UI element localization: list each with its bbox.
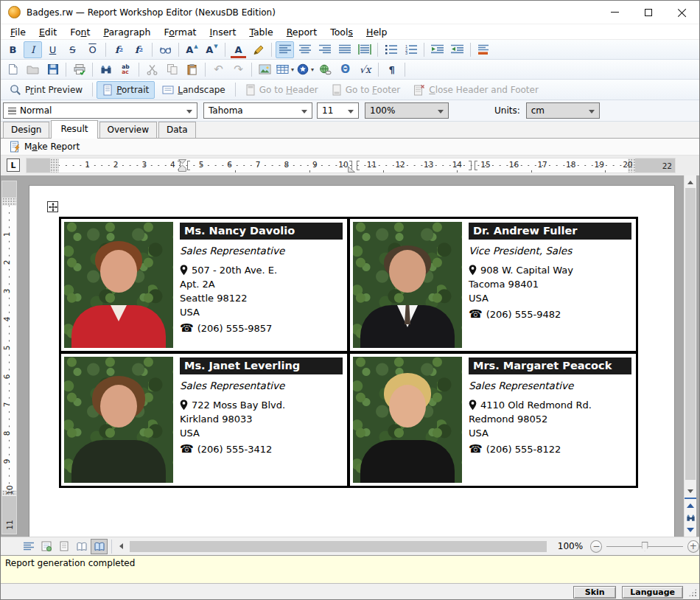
report-page[interactable]: Ms. Nancy Davolio Sales Representative 5… — [29, 185, 675, 537]
scroll-left-button[interactable] — [115, 540, 127, 553]
copy-button[interactable] — [163, 61, 181, 78]
horizontal-scroll-track[interactable] — [127, 540, 536, 553]
badge-address-line[interactable]: USA — [469, 291, 631, 305]
two-page-view-button[interactable] — [73, 539, 90, 554]
zoom-out-button[interactable]: − — [590, 540, 602, 553]
cell-boundary-marker[interactable] — [469, 161, 472, 170]
bullet-list-button[interactable] — [382, 41, 400, 58]
menu-item[interactable]: Font — [63, 25, 97, 39]
readability-glasses-button[interactable] — [156, 41, 175, 58]
undo-button[interactable]: ↶ — [209, 61, 228, 78]
employee-photo[interactable] — [64, 357, 173, 483]
badge-address-line[interactable]: USA — [180, 305, 343, 319]
shrink-font-button[interactable]: A▼ — [203, 41, 221, 58]
insert-symbol-button[interactable]: ▾ — [296, 61, 315, 78]
badge-info[interactable]: Ms. Janet Leverling Sales Representative… — [173, 357, 344, 483]
next-object-button[interactable] — [685, 524, 696, 537]
style-combobox[interactable]: Normal — [3, 102, 197, 119]
menu-item[interactable]: Paragraph — [97, 25, 157, 39]
badge-card[interactable]: Ms. Nancy Davolio Sales Representative 5… — [60, 217, 349, 352]
align-right-button[interactable] — [315, 41, 334, 58]
badge-job-title[interactable]: Sales Representative — [180, 245, 343, 257]
badge-address-line[interactable]: Kirkland 98033 — [180, 412, 343, 426]
decrease-indent-button[interactable] — [428, 41, 447, 58]
badge-job-title[interactable]: Vice President, Sales — [469, 245, 631, 257]
badge-phone-line[interactable]: ☎ (206) 555-9482 — [469, 307, 631, 321]
cell-boundary-marker[interactable] — [187, 161, 190, 170]
font-color-button[interactable]: A — [229, 41, 248, 58]
badge-job-title[interactable]: Sales Representative — [180, 380, 343, 391]
badge-address-line[interactable]: 722 Moss Bay Blvd. — [180, 398, 343, 412]
scroll-track[interactable] — [685, 188, 696, 485]
redo-button[interactable]: ↷ — [229, 61, 248, 78]
increase-indent-button[interactable] — [448, 41, 466, 58]
badge-address-line[interactable]: 908 W. Capital Way — [469, 263, 631, 277]
insert-image-button[interactable] — [256, 61, 274, 78]
print-preview-button[interactable]: Print Preview — [4, 81, 88, 99]
portrait-button[interactable]: Portrait — [97, 81, 155, 99]
employee-photo[interactable] — [64, 222, 173, 348]
badge-address-line[interactable]: Seattle 98122 — [180, 291, 343, 305]
insert-table-button[interactable]: ▾ — [276, 61, 295, 78]
landscape-button[interactable]: Landscape — [156, 81, 231, 99]
highlight-button[interactable] — [249, 41, 267, 58]
ruler-table-handle[interactable] — [50, 158, 59, 172]
bold-button[interactable]: B — [4, 41, 22, 58]
badge-name[interactable]: Ms. Nancy Davolio — [180, 223, 343, 240]
scroll-thumb[interactable] — [685, 188, 696, 480]
horizontal-scroll-thumb[interactable] — [130, 541, 547, 552]
tab-stop-selector[interactable]: L — [7, 158, 20, 172]
insert-equation-button[interactable]: √x — [356, 61, 374, 78]
menu-item[interactable]: Insert — [203, 25, 243, 39]
justify-wide-button[interactable] — [355, 41, 374, 58]
goto-footer-button[interactable]: Go to Footer — [326, 81, 407, 99]
badge-name[interactable]: Dr. Andrew Fuller — [469, 223, 631, 240]
badge-job-title[interactable]: Sales Representative — [469, 380, 631, 391]
menu-item[interactable]: Edit — [32, 25, 63, 39]
minimize-button[interactable] — [598, 1, 631, 24]
print-button[interactable] — [70, 61, 88, 78]
select-browse-object-button[interactable] — [685, 512, 696, 524]
tab-result[interactable]: Result — [51, 120, 97, 139]
tab-design[interactable]: Design — [3, 122, 49, 138]
open-button[interactable] — [24, 61, 42, 78]
print-layout-view-button[interactable] — [55, 539, 72, 554]
maximize-button[interactable] — [631, 1, 665, 24]
grow-font-button[interactable]: A▲ — [183, 41, 201, 58]
tab-overview[interactable]: Overview — [99, 122, 158, 138]
close-button[interactable] — [665, 1, 699, 24]
cell-boundary-marker[interactable] — [357, 161, 360, 170]
badge-card[interactable]: Ms. Janet Leverling Sales Representative… — [60, 352, 349, 487]
justify-button[interactable] — [335, 41, 354, 58]
menu-item[interactable]: Report — [280, 25, 323, 39]
badge-address-line[interactable]: Tacoma 98401 — [469, 277, 631, 291]
zoom-slider-thumb[interactable] — [642, 542, 648, 551]
scroll-down-button[interactable] — [685, 485, 696, 498]
replace-button[interactable]: abac — [116, 61, 135, 78]
badge-phone-line[interactable]: ☎ (206) 555-3412 — [180, 442, 343, 456]
numbered-list-button[interactable]: 123 — [402, 41, 420, 58]
table-move-handle[interactable] — [47, 201, 58, 212]
zoom-slider[interactable] — [606, 540, 682, 553]
units-combobox[interactable]: cm — [526, 102, 600, 119]
align-left-button[interactable] — [276, 41, 294, 58]
employee-photo[interactable] — [353, 222, 462, 348]
book-view-button[interactable] — [91, 539, 108, 554]
new-document-button[interactable] — [4, 61, 22, 78]
badge-card[interactable]: Dr. Andrew Fuller Vice President, Sales … — [349, 217, 637, 352]
save-button[interactable] — [43, 61, 62, 78]
ruler-table-handle[interactable] — [2, 198, 16, 206]
badge-address-line[interactable]: 507 - 20th Ave. E. — [180, 263, 343, 277]
underline-button[interactable]: U — [43, 41, 62, 58]
tab-data[interactable]: Data — [158, 122, 196, 138]
badge-info[interactable]: Mrs. Margaret Peacock Sales Representati… — [462, 357, 633, 483]
overline-button[interactable]: O — [83, 41, 102, 58]
cell-boundary-marker[interactable] — [475, 161, 477, 170]
badge-info[interactable]: Ms. Nancy Davolio Sales Representative 5… — [173, 222, 344, 348]
scroll-up-button[interactable] — [685, 175, 696, 188]
zoom-combobox[interactable]: 100% — [365, 102, 449, 119]
badge-name[interactable]: Ms. Janet Leverling — [180, 357, 343, 374]
paste-button[interactable] — [183, 61, 201, 78]
indent-marker[interactable] — [178, 159, 186, 172]
language-button[interactable]: Language — [622, 586, 683, 599]
